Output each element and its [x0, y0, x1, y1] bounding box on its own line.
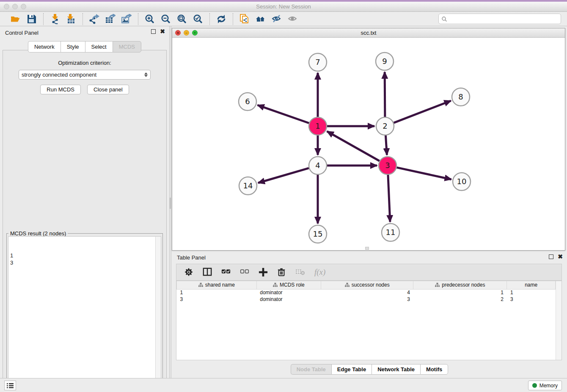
- table-cell[interactable]: dominator: [256, 296, 321, 303]
- export-table-button[interactable]: [104, 13, 117, 25]
- edge-3-10[interactable]: [396, 168, 451, 179]
- table-cell[interactable]: 2: [413, 296, 507, 303]
- table-cell[interactable]: 3: [321, 296, 413, 303]
- table-float-panel-icon[interactable]: [549, 254, 553, 259]
- duplicate-network-button[interactable]: [238, 13, 251, 25]
- tab-mcds[interactable]: MCDS: [113, 41, 141, 52]
- node-14[interactable]: 14: [239, 177, 257, 195]
- node-6[interactable]: 6: [239, 93, 256, 110]
- table-cell[interactable]: 1: [177, 289, 257, 296]
- node-8[interactable]: 8: [452, 88, 470, 106]
- network-minimize-button[interactable]: −: [184, 30, 189, 36]
- network-window-grip[interactable]: [365, 247, 369, 250]
- homes-button[interactable]: [254, 13, 267, 25]
- network-close-button[interactable]: ✕: [175, 30, 181, 36]
- close-panel-icon[interactable]: ✖: [160, 29, 165, 34]
- table-cell[interactable]: dominator: [256, 289, 321, 296]
- edge-4-14[interactable]: [258, 168, 309, 183]
- node-15[interactable]: 15: [309, 225, 327, 243]
- table-row[interactable]: 3dominator323: [177, 296, 556, 303]
- node-4[interactable]: 4: [309, 157, 327, 174]
- tab-network-table[interactable]: Network Table: [372, 364, 420, 375]
- minimize-window-button[interactable]: [12, 4, 18, 9]
- trash-button[interactable]: [277, 268, 286, 277]
- network-maximize-button[interactable]: +: [192, 30, 198, 36]
- search-icon: [441, 16, 447, 22]
- select-all-button[interactable]: [221, 268, 231, 277]
- tab-node-table[interactable]: Node Table: [291, 364, 331, 375]
- zoom-in-button[interactable]: [143, 13, 156, 25]
- column-header-shared-name[interactable]: shared name: [177, 281, 257, 289]
- edge-2-9[interactable]: [385, 72, 385, 117]
- column-header-predecessor-nodes[interactable]: predecessor nodes: [413, 281, 507, 289]
- table-cell[interactable]: 3: [507, 296, 556, 303]
- edge-2-3[interactable]: [385, 135, 387, 155]
- network-canvas[interactable]: 7968124314101511: [172, 38, 565, 250]
- import-table-button[interactable]: [65, 13, 77, 25]
- export-image-button[interactable]: [120, 13, 133, 25]
- tab-motifs[interactable]: Motifs: [420, 364, 448, 375]
- open-button[interactable]: [9, 13, 22, 25]
- search-box[interactable]: [438, 14, 561, 24]
- table-cell[interactable]: 1: [507, 289, 556, 296]
- tab-select[interactable]: Select: [85, 41, 113, 52]
- network-canvas-svg[interactable]: 7968124314101511: [172, 38, 565, 250]
- tab-edge-table[interactable]: Edge Table: [331, 364, 372, 375]
- import-network-button[interactable]: [49, 13, 61, 25]
- zoom-out-button[interactable]: [160, 13, 172, 25]
- splitter-handle[interactable]: [170, 198, 171, 209]
- edge-1-6[interactable]: [258, 105, 309, 123]
- zoom-fit-button[interactable]: [176, 13, 188, 25]
- node-10[interactable]: 10: [453, 173, 471, 190]
- memory-button[interactable]: Memory: [528, 381, 562, 390]
- show-eye-button[interactable]: [286, 13, 299, 25]
- column-header-name[interactable]: name: [507, 281, 556, 289]
- delete-table-icon: [296, 268, 305, 277]
- table-cell[interactable]: 1: [413, 289, 507, 296]
- add-button[interactable]: [259, 268, 268, 277]
- delete-table-button[interactable]: [296, 268, 305, 277]
- save-button[interactable]: [25, 13, 38, 25]
- vertical-splitter[interactable]: [169, 26, 171, 378]
- close-window-button[interactable]: [4, 4, 9, 9]
- node-9[interactable]: 9: [376, 52, 394, 70]
- search-input[interactable]: [447, 16, 561, 22]
- mcds-result-scrollbar[interactable]: [155, 237, 161, 391]
- node-7[interactable]: 7: [309, 53, 327, 71]
- table-row[interactable]: 1dominator411: [177, 289, 556, 296]
- table-cell[interactable]: 4: [321, 289, 413, 296]
- table-scrollbar[interactable]: [556, 281, 561, 360]
- edge-3-1[interactable]: [327, 131, 380, 161]
- node-2[interactable]: 2: [376, 117, 394, 135]
- table-toolbar: f(x): [176, 264, 562, 281]
- table-cell[interactable]: 3: [177, 296, 257, 303]
- column-header-MCDS-role[interactable]: MCDS role: [256, 281, 321, 289]
- tab-style[interactable]: Style: [61, 41, 85, 52]
- function-builder-button[interactable]: f(x): [314, 268, 325, 277]
- node-11[interactable]: 11: [382, 224, 399, 241]
- refresh-button[interactable]: [215, 13, 228, 25]
- column-header-successor-nodes[interactable]: successor nodes: [321, 281, 413, 289]
- table-close-panel-icon[interactable]: ✖: [558, 254, 563, 259]
- maximize-window-button[interactable]: [21, 4, 26, 9]
- add-icon: [259, 268, 268, 277]
- export-network-button[interactable]: [88, 13, 101, 25]
- float-panel-icon[interactable]: [151, 29, 156, 34]
- task-history-button[interactable]: [4, 381, 16, 390]
- run-mcds-button[interactable]: Run MCDS: [40, 85, 81, 94]
- edge-2-8[interactable]: [394, 101, 451, 123]
- zoom-selected-button[interactable]: [192, 13, 204, 25]
- node-1[interactable]: 1: [309, 117, 327, 135]
- deselect-all-button[interactable]: [240, 268, 249, 277]
- edge-3-11[interactable]: [388, 175, 390, 222]
- close-panel-button[interactable]: Close panel: [87, 85, 129, 94]
- split-view-button[interactable]: [203, 268, 212, 277]
- network-window-titlebar[interactable]: ✕ − + scc.txt: [172, 28, 565, 38]
- hide-eye-button[interactable]: [270, 13, 283, 25]
- settings-button[interactable]: [184, 268, 193, 277]
- window-controls[interactable]: [4, 4, 26, 9]
- mcds-result-list[interactable]: 13: [8, 236, 161, 392]
- node-3[interactable]: 3: [379, 157, 396, 174]
- tab-network[interactable]: Network: [28, 41, 61, 52]
- optimization-criterion-select[interactable]: strongly connected component: [19, 70, 151, 80]
